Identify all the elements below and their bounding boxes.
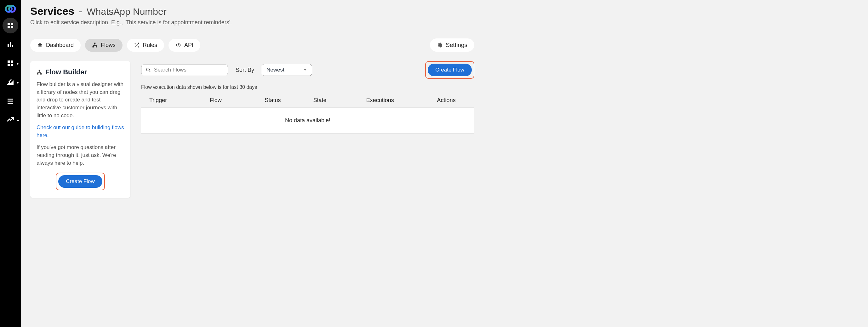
create-flow-button-left[interactable]: Create Flow (58, 175, 102, 188)
home-icon (37, 42, 43, 48)
chevron-right-icon: ▸ (17, 62, 19, 65)
nav-dashboard-icon[interactable] (2, 18, 18, 33)
search-flows-input[interactable] (154, 67, 223, 73)
create-flow-highlight-left: Create Flow (56, 173, 105, 190)
nav-tools-icon[interactable]: ▸ (2, 75, 18, 90)
tab-rules-label: Rules (143, 42, 157, 49)
col-header-trigger: Trigger (141, 93, 207, 108)
chevron-down-icon (303, 68, 307, 72)
svg-rect-18 (96, 46, 97, 48)
svg-rect-19 (39, 70, 40, 71)
svg-rect-2 (7, 23, 10, 25)
svg-rect-11 (7, 64, 10, 66)
nav-analytics-icon[interactable] (2, 36, 18, 52)
search-icon (146, 67, 151, 73)
svg-rect-6 (7, 44, 9, 47)
svg-rect-13 (7, 98, 13, 99)
settings-label: Settings (446, 41, 467, 49)
create-flow-button-top[interactable]: Create Flow (428, 64, 472, 76)
svg-rect-9 (7, 60, 10, 63)
gear-icon (437, 42, 442, 48)
flow-builder-help-text: If you've got more questions after readi… (36, 144, 124, 167)
page-title-service-name[interactable]: WhatsApp Number (87, 6, 166, 17)
sitemap-icon (36, 69, 42, 75)
tab-rules[interactable]: Rules (127, 39, 164, 52)
code-icon (176, 42, 181, 48)
svg-rect-15 (7, 103, 13, 103)
flow-builder-guide-link[interactable]: Check out our guide to building flows he… (36, 124, 124, 138)
svg-rect-3 (11, 23, 13, 25)
col-header-status: Status (248, 93, 298, 108)
svg-rect-20 (37, 73, 39, 75)
chevron-right-icon: ▸ (17, 118, 19, 122)
sort-by-select[interactable]: Newest (262, 64, 312, 76)
table-empty-message: No data available! (141, 108, 474, 133)
tab-dashboard[interactable]: Dashboard (30, 39, 81, 52)
tab-dashboard-label: Dashboard (46, 42, 74, 49)
svg-rect-5 (11, 26, 13, 28)
tab-flows-label: Flows (101, 42, 116, 49)
create-flow-highlight-top: Create Flow (425, 61, 474, 79)
shuffle-icon (134, 42, 140, 48)
flow-builder-desc: Flow builder is a visual designer with a… (36, 81, 124, 119)
svg-point-22 (147, 68, 149, 71)
svg-rect-21 (40, 73, 42, 75)
svg-rect-7 (10, 42, 11, 47)
flow-builder-title: Flow Builder (45, 68, 87, 76)
settings-button[interactable]: Settings (430, 38, 474, 52)
svg-rect-14 (7, 101, 13, 102)
col-header-executions: Executions (342, 93, 418, 108)
sort-by-label: Sort By (236, 67, 254, 73)
svg-point-12 (11, 64, 13, 66)
svg-rect-8 (12, 45, 13, 47)
svg-rect-17 (93, 46, 94, 48)
chevron-right-icon: ▸ (17, 81, 19, 84)
page-subtitle[interactable]: Click to edit service description. E.g.,… (30, 19, 859, 26)
flows-table: Trigger Flow Status State Executions Act… (141, 93, 474, 133)
sidebar: ▸ ▸ ▸ (0, 0, 21, 327)
svg-line-23 (149, 70, 150, 72)
nav-growth-icon[interactable]: ▸ (2, 112, 18, 128)
col-header-state: State (298, 93, 342, 108)
svg-rect-16 (94, 43, 96, 44)
col-header-flow: Flow (207, 93, 248, 108)
svg-rect-10 (11, 60, 13, 63)
search-flows-input-wrap[interactable] (141, 65, 228, 75)
main-content: Services - WhatsApp Number Click to edit… (21, 0, 868, 327)
nav-logs-icon[interactable] (2, 93, 18, 109)
execution-note: Flow execution data shown below is for l… (141, 84, 474, 90)
table-empty-row: No data available! (141, 108, 474, 133)
tab-flows[interactable]: Flows (85, 39, 123, 52)
tab-api[interactable]: API (168, 39, 200, 52)
sitemap-icon (92, 42, 98, 48)
sort-by-value: Newest (267, 67, 284, 73)
tab-api-label: API (184, 42, 193, 49)
nav-apps-icon[interactable]: ▸ (2, 55, 18, 71)
app-logo (5, 3, 16, 14)
col-header-actions: Actions (418, 93, 474, 108)
svg-rect-4 (7, 26, 10, 28)
page-title-dash: - (79, 5, 82, 17)
flow-builder-card: Flow Builder Flow builder is a visual de… (30, 61, 130, 198)
page-title-services: Services (30, 5, 74, 17)
